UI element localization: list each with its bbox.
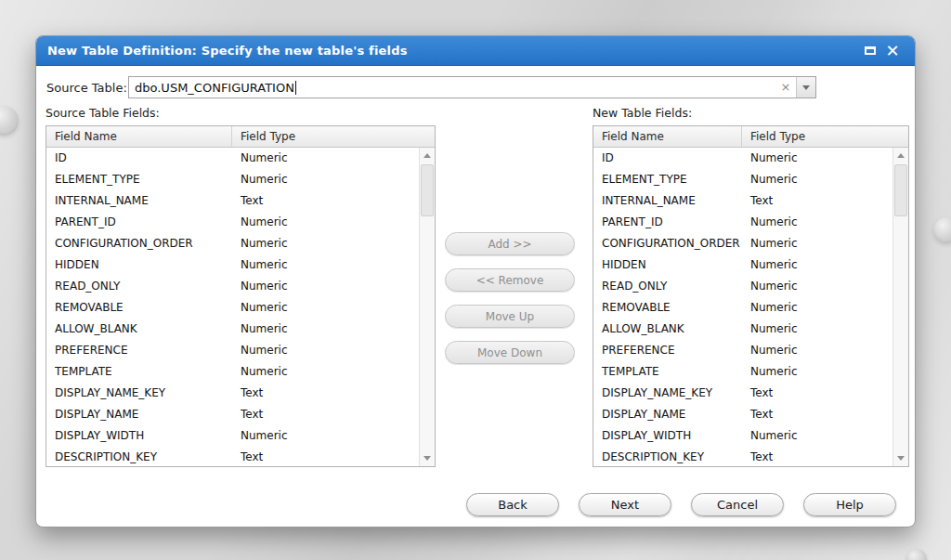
dialog-title: New Table Definition: Specify the new ta… [47,44,859,58]
table-row[interactable]: CONFIGURATION_ORDERNumeric [46,233,419,254]
table-row[interactable]: REMOVABLENumeric [46,297,419,319]
field-type-cell: Text [232,447,419,466]
close-icon: ✕ [885,43,899,59]
field-type-cell: Text [742,447,892,466]
decor-sphere [906,549,927,560]
vertical-scrollbar[interactable] [419,148,435,466]
table-row[interactable]: ALLOW_BLANKNumeric [593,319,892,340]
close-button[interactable]: ✕ [881,41,904,61]
table-row[interactable]: DISPLAY_NAME_KEYText [593,383,892,404]
field-name-cell: DISPLAY_WIDTH [593,425,742,447]
table-row[interactable]: INTERNAL_NAMEText [593,190,892,212]
table-row[interactable]: PARENT_IDNumeric [593,212,892,233]
scroll-down-icon[interactable] [420,451,435,465]
cancel-button[interactable]: Cancel [691,493,784,516]
field-type-cell: Numeric [232,169,419,190]
table-row[interactable]: DESCRIPTION_KEYText [46,447,419,466]
field-type-cell: Numeric [742,340,892,361]
source-table-input[interactable]: dbo.USM_CONFIGURATION [129,81,775,95]
scrollbar-thumb[interactable] [894,164,907,216]
table-row[interactable]: DISPLAY_WIDTHNumeric [46,425,419,447]
table-row[interactable]: DISPLAY_WIDTHNumeric [593,425,892,447]
field-type-cell: Numeric [232,340,419,361]
field-name-cell: DESCRIPTION_KEY [593,447,742,466]
help-button[interactable]: Help [803,493,896,516]
field-type-cell: Numeric [232,319,419,340]
source-table-value: dbo.USM_CONFIGURATION [135,81,294,95]
field-name-cell: ID [46,148,232,169]
scroll-up-icon[interactable] [893,149,908,163]
table-row[interactable]: DISPLAY_NAMEText [593,404,892,425]
table-row[interactable]: TEMPLATENumeric [593,361,892,383]
field-name-cell: DISPLAY_NAME [593,404,742,425]
scroll-down-icon[interactable] [893,451,908,465]
vertical-scrollbar[interactable] [892,148,908,466]
field-name-cell: ELEMENT_TYPE [593,169,742,190]
source-table-label: Source Table: [46,81,127,95]
source-fields-caption: Source Table Fields: [46,106,160,120]
field-type-cell: Numeric [742,212,892,233]
table-row[interactable]: READ_ONLYNumeric [46,276,419,297]
table-row[interactable]: HIDDENNumeric [46,254,419,276]
field-type-cell: Text [232,190,419,212]
field-name-cell: CONFIGURATION_ORDER [593,233,742,254]
table-row[interactable]: ELEMENT_TYPENumeric [593,169,892,190]
remove-button[interactable]: << Remove [445,268,575,292]
column-header-field-name[interactable]: Field Name [46,126,232,147]
column-header-field-type[interactable]: Field Type [742,126,908,147]
move-down-button[interactable]: Move Down [445,341,575,364]
field-type-cell: Text [742,190,892,212]
table-row[interactable]: REMOVABLENumeric [593,297,892,319]
new-table-definition-dialog: New Table Definition: Specify the new ta… [35,35,916,527]
field-name-cell: DISPLAY_WIDTH [46,425,232,447]
clear-icon[interactable]: × [775,77,796,98]
table-header: Field Name Field Type [46,126,435,148]
field-name-cell: HIDDEN [593,254,742,276]
column-header-field-type[interactable]: Field Type [232,126,435,147]
field-name-cell: READ_ONLY [46,276,232,297]
move-up-button[interactable]: Move Up [445,305,575,328]
field-type-cell: Numeric [232,297,419,319]
table-row[interactable]: IDNumeric [46,148,419,169]
field-type-cell: Numeric [232,254,419,276]
table-row[interactable]: ELEMENT_TYPENumeric [46,169,419,190]
dropdown-button[interactable] [797,77,815,98]
table-row[interactable]: PARENT_IDNumeric [46,212,419,233]
table-row[interactable]: INTERNAL_NAMEText [46,190,419,212]
scroll-up-icon[interactable] [420,149,435,163]
field-name-cell: INTERNAL_NAME [46,190,232,212]
table-row[interactable]: PREFERENCENumeric [46,340,419,361]
table-row[interactable]: TEMPLATENumeric [46,361,419,383]
field-type-cell: Numeric [742,148,892,169]
field-type-cell: Numeric [232,361,419,383]
field-name-cell: DESCRIPTION_KEY [46,447,232,466]
field-name-cell: HIDDEN [46,254,232,276]
table-row[interactable]: PREFERENCENumeric [593,340,892,361]
table-row[interactable]: ALLOW_BLANKNumeric [46,319,419,340]
table-row[interactable]: CONFIGURATION_ORDERNumeric [593,233,892,254]
maximize-button[interactable] [859,41,881,61]
field-type-cell: Text [232,404,419,425]
field-type-cell: Numeric [232,425,419,447]
dialog-titlebar[interactable]: New Table Definition: Specify the new ta… [36,36,915,66]
table-body: IDNumericELEMENT_TYPENumericINTERNAL_NAM… [593,148,892,466]
table-row[interactable]: HIDDENNumeric [593,254,892,276]
back-button[interactable]: Back [466,493,559,516]
field-name-cell: PARENT_ID [46,212,232,233]
column-header-field-name[interactable]: Field Name [593,126,742,147]
table-row[interactable]: DISPLAY_NAMEText [46,404,419,425]
field-name-cell: DISPLAY_NAME_KEY [46,383,232,404]
scrollbar-thumb[interactable] [421,164,434,216]
table-row[interactable]: DISPLAY_NAME_KEYText [46,383,419,404]
field-type-cell: Text [742,383,892,404]
field-name-cell: READ_ONLY [593,276,742,297]
table-row[interactable]: DESCRIPTION_KEYText [593,447,892,466]
new-fields-table: Field Name Field Type IDNumericELEMENT_T… [593,125,909,467]
text-caret [295,81,296,95]
add-button[interactable]: Add >> [445,232,575,255]
table-row[interactable]: IDNumeric [593,148,892,169]
field-name-cell: CONFIGURATION_ORDER [46,233,232,254]
next-button[interactable]: Next [579,493,671,516]
field-type-cell: Text [742,404,892,425]
table-row[interactable]: READ_ONLYNumeric [593,276,892,297]
